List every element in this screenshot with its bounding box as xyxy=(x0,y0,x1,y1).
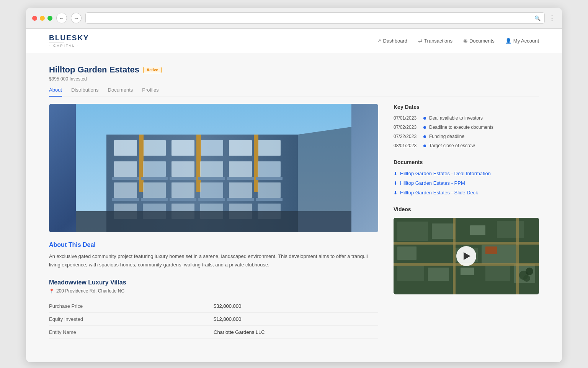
detail-table: Purchase Price $32,000,000 Equity Invest… xyxy=(49,300,378,339)
key-date-date: 07/01/2023 xyxy=(394,115,420,121)
logo-text-capital: · CAPITAL · xyxy=(49,44,80,48)
table-cell-label: Equity Invested xyxy=(49,313,214,326)
right-column: Key Dates 07/01/2023 Deal available to i… xyxy=(394,104,539,339)
key-date-label: Target close of escrow xyxy=(429,143,475,148)
svg-rect-24 xyxy=(114,182,137,198)
back-icon: ← xyxy=(59,15,64,21)
nav-link-dashboard[interactable]: ↗ Dashboard xyxy=(377,38,408,44)
key-date-date: 07/22/2023 xyxy=(394,134,420,139)
top-navigation: BLUESKY · CAPITAL · ↗ Dashboard ⇄ Transa… xyxy=(26,29,562,53)
key-date-row: 07/02/2023 Deadline to execute documents xyxy=(394,125,539,130)
svg-rect-28 xyxy=(229,182,252,198)
videos-section: Videos xyxy=(394,206,539,294)
svg-rect-18 xyxy=(112,177,139,180)
key-dates-section: Key Dates 07/01/2023 Deal available to i… xyxy=(394,104,539,148)
download-icon: ⬇ xyxy=(394,181,397,186)
key-date-row: 07/01/2023 Deal available to investors xyxy=(394,115,539,121)
doc-link-0[interactable]: ⬇ Hilltop Garden Estates - Deal Informat… xyxy=(394,171,539,176)
traffic-lights xyxy=(32,16,52,21)
key-date-row: 07/22/2023 Funding deadline xyxy=(394,134,539,139)
building-illustration xyxy=(49,104,378,232)
key-date-date: 08/01/2023 xyxy=(394,143,420,148)
dashboard-icon: ↗ xyxy=(377,38,381,44)
svg-rect-21 xyxy=(198,177,225,180)
nav-link-documents[interactable]: ◉ Documents xyxy=(463,38,495,44)
doc-label-1: Hilltop Garden Estates - PPM xyxy=(400,180,465,186)
download-icon: ⬇ xyxy=(394,190,397,196)
svg-rect-31 xyxy=(141,198,168,201)
table-row: Entity Name Charlotte Gardens LLC xyxy=(49,326,378,339)
tab-documents[interactable]: Documents xyxy=(108,87,133,97)
svg-rect-26 xyxy=(172,182,194,198)
play-icon xyxy=(464,252,470,260)
app-content: BLUESKY · CAPITAL · ↗ Dashboard ⇄ Transa… xyxy=(26,29,562,362)
about-title: About This Deal xyxy=(49,242,378,248)
table-cell-value: $32,000,000 xyxy=(214,300,378,313)
svg-rect-13 xyxy=(143,161,166,177)
key-date-label: Funding deadline xyxy=(429,134,464,139)
page-body: Hilltop Garden Estates Active $995,000 I… xyxy=(26,53,562,354)
browser-menu-icon[interactable]: ⋮ xyxy=(549,14,556,22)
nav-link-transactions[interactable]: ⇄ Transactions xyxy=(418,38,452,44)
location-icon: 📍 xyxy=(49,289,54,294)
key-date-date: 07/02/2023 xyxy=(394,125,420,130)
download-icon: ⬇ xyxy=(394,171,397,176)
property-title-row: Hilltop Garden Estates Active xyxy=(49,65,539,75)
svg-rect-5 xyxy=(172,140,194,156)
transactions-icon: ⇄ xyxy=(418,38,422,44)
table-cell-value: Charlotte Gardens LLC xyxy=(214,326,378,339)
forward-button[interactable]: → xyxy=(71,13,82,23)
doc-label-2: Hilltop Garden Estates - Slide Deck xyxy=(400,190,478,196)
svg-rect-4 xyxy=(143,140,166,156)
search-icon: 🔍 xyxy=(534,15,541,21)
svg-rect-15 xyxy=(200,161,223,177)
key-date-label: Deal available to investors xyxy=(429,115,483,121)
documents-section: Documents ⬇ Hilltop Garden Estates - Dea… xyxy=(394,159,539,196)
svg-rect-16 xyxy=(229,161,252,177)
svg-rect-3 xyxy=(114,140,137,156)
nav-label-dashboard: Dashboard xyxy=(383,38,408,44)
minimize-button[interactable] xyxy=(40,16,45,21)
svg-rect-8 xyxy=(258,140,281,156)
table-cell-label: Purchase Price xyxy=(49,300,214,313)
svg-rect-22 xyxy=(227,177,254,180)
play-button[interactable] xyxy=(456,246,476,266)
documents-icon: ◉ xyxy=(463,38,467,44)
detail-address-text: 200 Providence Rd, Charlotte NC xyxy=(56,288,124,294)
svg-rect-20 xyxy=(170,177,196,180)
logo-text-bluesky: BLUESKY xyxy=(49,34,89,41)
svg-rect-19 xyxy=(141,177,168,180)
svg-rect-27 xyxy=(200,182,223,198)
table-row: Purchase Price $32,000,000 xyxy=(49,300,378,313)
back-button[interactable]: ← xyxy=(56,13,67,23)
property-title: Hilltop Garden Estates xyxy=(49,65,139,75)
tab-profiles[interactable]: Profiles xyxy=(142,87,158,97)
address-bar[interactable]: 🔍 xyxy=(85,12,545,24)
fullscreen-button[interactable] xyxy=(47,16,52,21)
tab-distributions[interactable]: Distributions xyxy=(71,87,99,97)
svg-rect-33 xyxy=(198,198,225,201)
tab-about[interactable]: About xyxy=(49,87,62,97)
video-thumbnail[interactable] xyxy=(394,218,539,294)
browser-window: ← → 🔍 ⋮ BLUESKY · CAPITAL · ↗ Dashboard xyxy=(26,8,562,362)
svg-rect-34 xyxy=(227,198,254,201)
svg-rect-29 xyxy=(258,182,281,198)
doc-link-1[interactable]: ⬇ Hilltop Garden Estates - PPM xyxy=(394,180,539,186)
logo: BLUESKY · CAPITAL · xyxy=(49,34,89,48)
table-cell-value: $12,800,000 xyxy=(214,313,378,326)
nav-link-my-account[interactable]: 👤 My Account xyxy=(505,38,539,44)
svg-rect-7 xyxy=(229,140,252,156)
content-grid: About This Deal An exclusive gated commu… xyxy=(49,104,539,339)
table-row: Equity Invested $12,800,000 xyxy=(49,313,378,326)
svg-rect-12 xyxy=(114,161,137,177)
svg-rect-14 xyxy=(172,161,194,177)
property-tabs: About Distributions Documents Profiles xyxy=(49,87,539,97)
key-dates-title: Key Dates xyxy=(394,104,539,110)
account-icon: 👤 xyxy=(505,38,511,44)
close-button[interactable] xyxy=(32,16,37,21)
key-date-dot xyxy=(423,117,426,120)
svg-rect-23 xyxy=(256,177,283,180)
doc-link-2[interactable]: ⬇ Hilltop Garden Estates - Slide Deck xyxy=(394,190,539,196)
svg-rect-25 xyxy=(143,182,166,198)
key-date-dot xyxy=(423,145,426,147)
